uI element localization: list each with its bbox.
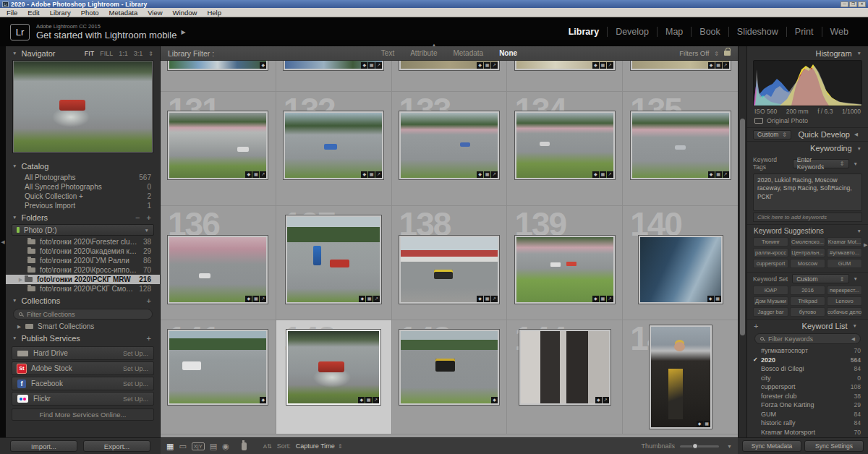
zoom-fit[interactable]: FIT: [85, 50, 95, 57]
photo-thumbnail[interactable]: [399, 236, 499, 304]
folder-row[interactable]: foto\гонки 2020\Forester club чемп... 38: [6, 237, 160, 247]
folder-row[interactable]: foto\гонки 2020\ГУМ Ралли 86: [6, 256, 160, 265]
crop-badge-icon[interactable]: [252, 296, 259, 302]
keyword-badge-icon[interactable]: [245, 171, 252, 178]
menu-library[interactable]: Library: [45, 9, 76, 17]
slider-thumb[interactable]: [692, 443, 698, 449]
crop-badge-icon[interactable]: [484, 62, 490, 69]
crop-badge-icon[interactable]: [704, 421, 710, 427]
module-web[interactable]: Web: [822, 27, 856, 37]
keyword-set-chip[interactable]: Thikpad: [790, 296, 825, 306]
menu-view[interactable]: View: [142, 9, 167, 17]
keyword-badge-icon[interactable]: [592, 62, 599, 69]
keyword-set-chip[interactable]: ЮАР: [753, 286, 788, 295]
filter-lock-icon[interactable]: [724, 51, 731, 56]
crop-badge-icon[interactable]: [365, 397, 372, 403]
photo-thumbnail[interactable]: [639, 236, 723, 304]
right-panel-toggle-icon[interactable]: [864, 242, 868, 248]
keyword-badge-icon[interactable]: [477, 62, 483, 69]
develop-badge-icon[interactable]: [375, 171, 382, 178]
develop-badge-icon[interactable]: [607, 296, 613, 302]
suggestion-chip[interactable]: Смоленско...: [790, 237, 825, 247]
crop-badge-icon[interactable]: [368, 171, 375, 178]
photo-thumbnail-selected[interactable]: [286, 330, 380, 405]
keyword-badge-icon[interactable]: [477, 296, 483, 302]
develop-badge-icon[interactable]: [260, 296, 266, 302]
zoom-3-1[interactable]: 3:1: [134, 50, 143, 57]
grid-cell[interactable]: [276, 61, 392, 92]
filter-tab-text[interactable]: Text: [381, 49, 394, 57]
keywording-header[interactable]: Keywording: [747, 141, 868, 155]
sync-settings-button[interactable]: Sync Settings: [804, 440, 864, 452]
keyword-row[interactable]: Kramar Motorsport70: [747, 428, 868, 437]
suggestion-chip[interactable]: Kramar Mot...: [827, 237, 862, 247]
photo-thumbnail[interactable]: [284, 111, 383, 179]
menu-edit[interactable]: Edit: [22, 9, 44, 17]
develop-badge-icon[interactable]: [491, 296, 498, 302]
menu-file[interactable]: File: [1, 9, 22, 17]
crop-badge-icon[interactable]: [484, 296, 490, 302]
sort-direction-icon[interactable]: A⇅: [263, 443, 272, 450]
people-view-icon[interactable]: ◉: [222, 442, 229, 451]
photo-thumbnail[interactable]: [631, 61, 731, 70]
folder-row-selected[interactable]: foto\гонки 2020\РСКГ MRW 216: [6, 275, 160, 284]
folders-add-remove-icons[interactable]: − +: [135, 213, 153, 222]
develop-badge-icon[interactable]: [491, 62, 498, 69]
filter-tab-attribute[interactable]: Attribute: [410, 49, 437, 57]
identity-arrow-icon[interactable]: ▶: [181, 29, 185, 35]
add-keywords-field[interactable]: Click here to add keywords: [753, 213, 862, 222]
crop-badge-icon[interactable]: [600, 62, 606, 69]
photo-thumbnail[interactable]: [519, 330, 610, 405]
grid-cell-133[interactable]: 133: [392, 92, 508, 206]
menu-help[interactable]: Help: [202, 9, 226, 17]
survey-view-icon[interactable]: ▤: [210, 442, 217, 451]
photo-thumbnail[interactable]: [168, 111, 268, 179]
keyword-row[interactable]: Kreml84: [747, 437, 868, 437]
quick-develop-header[interactable]: Custom Quick Develop: [747, 127, 868, 141]
crop-badge-icon[interactable]: [600, 296, 606, 302]
service-setup-label[interactable]: Set Up...: [123, 380, 148, 387]
sync-metadata-button[interactable]: Sync Metadata: [742, 440, 801, 452]
publish-adobe-stock[interactable]: St Adobe Stock Set Up...: [12, 361, 154, 375]
get-started-link[interactable]: Get started with Lightroom mobile: [36, 30, 176, 40]
maximize-button[interactable]: ❐: [849, 1, 857, 7]
catalog-header[interactable]: Catalog: [6, 159, 160, 173]
keyword-badge-icon[interactable]: [358, 397, 365, 403]
close-button[interactable]: ✕: [858, 1, 866, 7]
photo-thumbnail[interactable]: [168, 236, 268, 304]
keyword-badge-icon[interactable]: [260, 62, 266, 69]
photo-thumbnail[interactable]: [168, 330, 268, 405]
grid-cell-137[interactable]: 137: [276, 206, 392, 320]
keyword-row[interactable]: city0: [747, 374, 868, 383]
collections-add-icon[interactable]: +: [147, 296, 153, 305]
keyword-set-chip[interactable]: бутово: [790, 307, 825, 317]
zoom-1-1[interactable]: 1:1: [119, 50, 128, 57]
grid-cell-132[interactable]: 132: [276, 92, 392, 206]
compare-view-icon[interactable]: X|Y: [192, 442, 205, 450]
photo-thumbnail[interactable]: [515, 111, 615, 179]
keyword-badge-icon[interactable]: [260, 397, 266, 403]
crop-badge-icon[interactable]: [715, 296, 721, 302]
grid-cell-134[interactable]: 134: [507, 92, 623, 206]
module-map[interactable]: Map: [657, 27, 691, 37]
keyword-badge-icon[interactable]: [477, 171, 483, 178]
keyword-set-chip[interactable]: Lenovo: [827, 296, 862, 306]
zoom-stepper-icon[interactable]: [148, 50, 153, 57]
publish-facebook[interactable]: f Facebook Set Up...: [12, 377, 154, 390]
folder-row[interactable]: foto\гонки 2020\РСКГ Смоленск 128: [6, 284, 160, 294]
keyword-mode-select[interactable]: Enter Keywords: [793, 159, 849, 168]
filter-collections-input[interactable]: Filter Collections: [13, 309, 153, 320]
saved-preset-select[interactable]: Custom: [753, 130, 791, 140]
filters-off-dropdown[interactable]: Filters Off: [679, 49, 709, 57]
keyword-row[interactable]: Forza One Karting29: [747, 401, 868, 410]
navigator-header[interactable]: Navigator FIT FILL 1:1 3:1: [6, 46, 160, 60]
import-button[interactable]: Import...: [10, 440, 77, 452]
crop-badge-icon[interactable]: [715, 171, 722, 178]
thumbnail-size-slider[interactable]: [680, 445, 719, 447]
toolbar-options-icon[interactable]: [727, 444, 732, 449]
keyword-badge-icon[interactable]: [708, 171, 715, 178]
keyword-set-select[interactable]: Custom: [792, 274, 848, 283]
keyword-row[interactable]: Bosco di Cilegi84: [747, 364, 868, 374]
keyword-list-header[interactable]: + Keyword List: [747, 319, 868, 332]
volume-browser[interactable]: Photo (D:): [12, 224, 154, 236]
